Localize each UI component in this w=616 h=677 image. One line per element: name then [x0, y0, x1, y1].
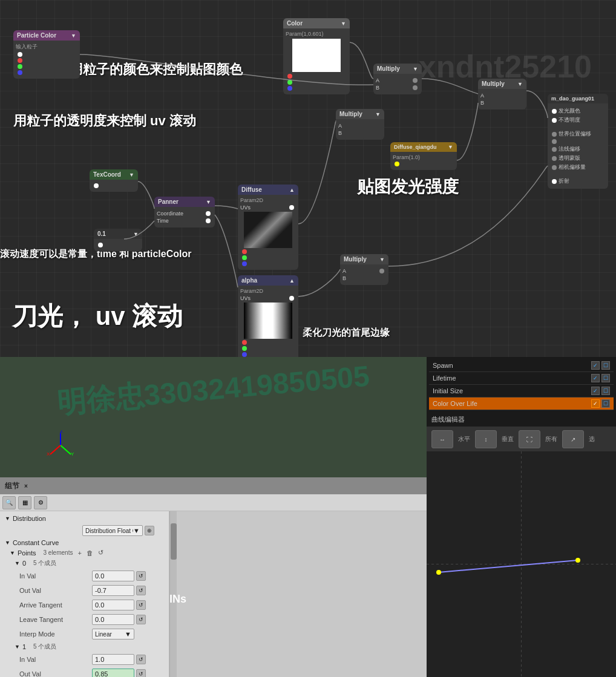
prop-arrive-tangent-0[interactable]: Arrive Tangent ↺ — [0, 598, 169, 612]
initial-size-extra[interactable]: ☐ — [601, 387, 610, 395]
prop-in-val-0[interactable]: In Val ↺ — [0, 569, 169, 583]
arrive-tangent-0-reset[interactable]: ↺ — [136, 600, 146, 610]
node-multiply-3[interactable]: Multiply▼ A B — [336, 109, 384, 140]
particle-item-lifetime[interactable]: Lifetime ☐ — [429, 372, 614, 385]
node-particle-color[interactable]: Particle Color ▼ 输入粒子 — [13, 30, 80, 79]
node-alpha-texture[interactable]: alpha▲ Param2D UVs — [238, 275, 298, 357]
viewport-panel[interactable]: 明徐忠33032419850505 Z Y X 组节 × 🔍 — [0, 357, 427, 677]
annotation-soften-edge: 柔化刀光的首尾边缘 — [303, 327, 390, 339]
node-diffuse-qiangdu[interactable]: Diffuse_qiangdu ▼ Param(1.0) — [390, 142, 457, 170]
svg-line-1 — [61, 445, 71, 454]
tree-panel[interactable]: ▼ Distribution Distribution Float Consta… — [0, 511, 169, 677]
in-val-0-reset[interactable]: ↺ — [136, 571, 146, 581]
node-constant[interactable]: 0.1▼ — [94, 229, 142, 251]
input-leave-tangent-0[interactable] — [92, 614, 134, 625]
group-node-header: 组节 × — [0, 477, 427, 494]
in-val-1-reset[interactable]: ↺ — [136, 655, 146, 664]
svg-text:Y: Y — [71, 451, 74, 457]
input-arrive-tangent-0[interactable] — [92, 600, 134, 610]
scrollbar-thumb[interactable] — [171, 523, 177, 560]
annotation-glow-strength: 贴图发光强度 — [357, 175, 459, 198]
curve-btn-horizontal[interactable]: ↔ — [431, 430, 453, 448]
tree-item-distribution[interactable]: ▼ Distribution — [0, 514, 169, 523]
svg-text:Z: Z — [60, 430, 63, 434]
viewport-watermark: 明徐忠33032419850505 — [0, 357, 427, 440]
particles-list[interactable]: Spawn ☐ Lifetime ☐ Initial Size ☐ — [427, 357, 616, 413]
prop-out-val-0[interactable]: Out Val ↺ — [0, 583, 169, 598]
tree-item-points[interactable]: ▼ Points 3 elements + 🗑 ↺ — [0, 548, 169, 558]
prop-out-val-1[interactable]: Out Val ↺ — [0, 667, 169, 677]
particle-item-initial-size[interactable]: Initial Size ☐ — [429, 385, 614, 397]
node-particle-color-header: Particle Color ▼ — [13, 30, 80, 41]
svg-text:X: X — [47, 451, 50, 457]
node-panner[interactable]: Panner▼ Coordinate Time — [154, 197, 215, 227]
particle-item-color-over-life[interactable]: Color Over Life ☐ — [429, 397, 614, 410]
input-out-val-1[interactable] — [92, 669, 134, 677]
input-in-val-1[interactable] — [92, 654, 134, 665]
scrollbar[interactable] — [169, 511, 177, 677]
curve-canvas[interactable] — [427, 451, 616, 677]
tree-item-constant-curve[interactable]: ▼ Constant Curve — [0, 538, 169, 548]
color-over-life-extra[interactable]: ☐ — [601, 399, 610, 408]
group-node-panel[interactable]: 组节 × 🔍 ▦ ⚙ ▼ Distribution — [0, 477, 427, 677]
node-material[interactable]: m_dao_guang01 发光颜色 不透明度 世界位置偏移 法线偏移 透明蒙版… — [548, 94, 608, 189]
color-over-life-checkbox[interactable] — [591, 399, 600, 408]
toolbar-settings[interactable]: ⚙ — [34, 496, 47, 509]
prop-leave-tangent-0[interactable]: Leave Tangent ↺ — [0, 612, 169, 627]
curve-toolbar[interactable]: ↔ 水平 ↕ 垂直 ⛶ 所有 ↗ 选 — [427, 427, 616, 451]
lifetime-extra[interactable]: ☐ — [601, 374, 610, 382]
prop-in-val-1[interactable]: In Val ↺ — [0, 652, 169, 667]
svg-point-14 — [575, 558, 580, 563]
curve-btn-vertical[interactable]: ↕ — [475, 430, 497, 448]
interp-mode-dropdown[interactable]: Linear ▼ — [92, 629, 134, 639]
tree-item-0[interactable]: ▼ 0 5 个成员 — [0, 558, 169, 569]
distribution-dropdown[interactable]: Distribution Float Constant Curve ▼ — [82, 525, 143, 536]
node-multiply-2[interactable]: Multiply▼ A B — [478, 79, 526, 110]
annotation-blade-light: 刀光， uv 滚动 — [12, 299, 183, 333]
node-editor[interactable]: 用粒子的颜色来控制贴图颜色 用粒子的透明度来控制 uv 滚动 滚动速度可以是常量… — [0, 0, 616, 357]
prop-distribution-value[interactable]: Distribution Float Constant Curve ▼ ⊕ — [0, 523, 169, 538]
node-color[interactable]: Color ▼ Param(1,0.601) — [283, 18, 350, 94]
curve-svg — [427, 451, 616, 677]
node-diffuse-texture[interactable]: Diffuse▲ Param2D UVs — [238, 185, 298, 270]
spawn-extra[interactable]: ☐ — [601, 361, 610, 370]
distribution-reset[interactable]: ⊕ — [145, 526, 154, 535]
curve-btn-select[interactable]: ↗ — [562, 430, 584, 448]
node-multiply-4[interactable]: Multiply▼ A B — [340, 254, 388, 285]
3d-viewport[interactable]: 明徐忠33032419850505 Z Y X — [0, 357, 427, 475]
curve-btn-all[interactable]: ⛶ — [519, 430, 540, 448]
svg-point-13 — [436, 570, 441, 575]
curve-editor-header: 曲线编辑器 — [427, 413, 616, 427]
leave-tangent-0-reset[interactable]: ↺ — [136, 615, 146, 624]
diffuse-texture-preview — [244, 212, 292, 248]
svg-line-2 — [50, 445, 61, 454]
right-panel[interactable]: Spawn ☐ Lifetime ☐ Initial Size ☐ — [427, 357, 616, 677]
out-val-0-reset[interactable]: ↺ — [136, 586, 146, 595]
annotation-uv-scroll: 用粒子的透明度来控制 uv 滚动 — [13, 112, 196, 130]
group-node-toolbar[interactable]: 🔍 ▦ ⚙ — [0, 494, 427, 511]
group-node-content: ▼ Distribution Distribution Float Consta… — [0, 511, 427, 677]
tree-item-1[interactable]: ▼ 1 5 个成员 — [0, 641, 169, 652]
prop-interp-mode-0[interactable]: Interp Mode Linear ▼ — [0, 627, 169, 641]
initial-size-checkbox[interactable] — [591, 387, 600, 395]
bottom-section: 明徐忠33032419850505 Z Y X 组节 × 🔍 — [0, 357, 616, 677]
color-preview — [292, 39, 341, 72]
node-multiply-1[interactable]: Multiply▼ A B — [373, 64, 422, 94]
node-texcoord[interactable]: TexCoord▼ — [90, 169, 138, 192]
curve-editor-section[interactable]: 曲线编辑器 ↔ 水平 ↕ 垂直 ⛶ 所有 ↗ 选 — [427, 413, 616, 677]
input-in-val-0[interactable] — [92, 571, 134, 581]
xyz-axes: Z Y X — [45, 430, 76, 463]
node-color-header: Color ▼ — [283, 18, 350, 28]
toolbar-search[interactable]: 🔍 — [2, 496, 16, 509]
toolbar-grid[interactable]: ▦ — [18, 496, 31, 509]
out-val-1-reset[interactable]: ↺ — [136, 669, 146, 677]
annotation-color-control: 用粒子的颜色来控制贴图颜色 — [70, 61, 243, 79]
alpha-texture-preview — [244, 303, 292, 339]
input-out-val-0[interactable] — [92, 585, 134, 596]
lifetime-checkbox[interactable] — [591, 374, 600, 382]
spawn-checkbox[interactable] — [591, 361, 600, 370]
particle-item-spawn[interactable]: Spawn ☐ — [429, 359, 614, 372]
